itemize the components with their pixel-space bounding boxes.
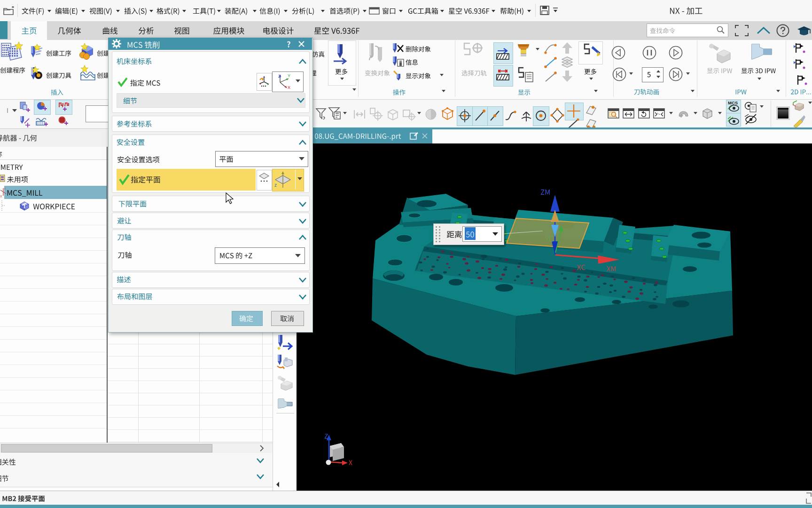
- svg-text:Y: Y: [4, 187, 6, 190]
- svg-text:Y: Y: [288, 73, 290, 78]
- svg-text:Z: Z: [278, 74, 281, 79]
- svg-text:MCS: MCS: [728, 100, 738, 105]
- svg-text:X: X: [288, 85, 290, 90]
- svg-text:z: z: [274, 183, 277, 188]
- svg-text:X: X: [0, 195, 2, 198]
